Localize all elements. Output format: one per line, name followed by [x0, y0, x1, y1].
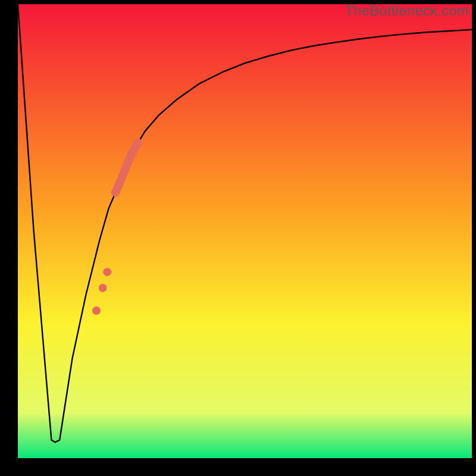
chart-background-gradient [18, 4, 472, 458]
marker-dot [92, 306, 101, 315]
marker-dot [99, 284, 107, 292]
marker-dot [103, 268, 111, 276]
chart-canvas [0, 0, 476, 476]
bottleneck-chart: TheBottleneck.com [0, 0, 476, 476]
